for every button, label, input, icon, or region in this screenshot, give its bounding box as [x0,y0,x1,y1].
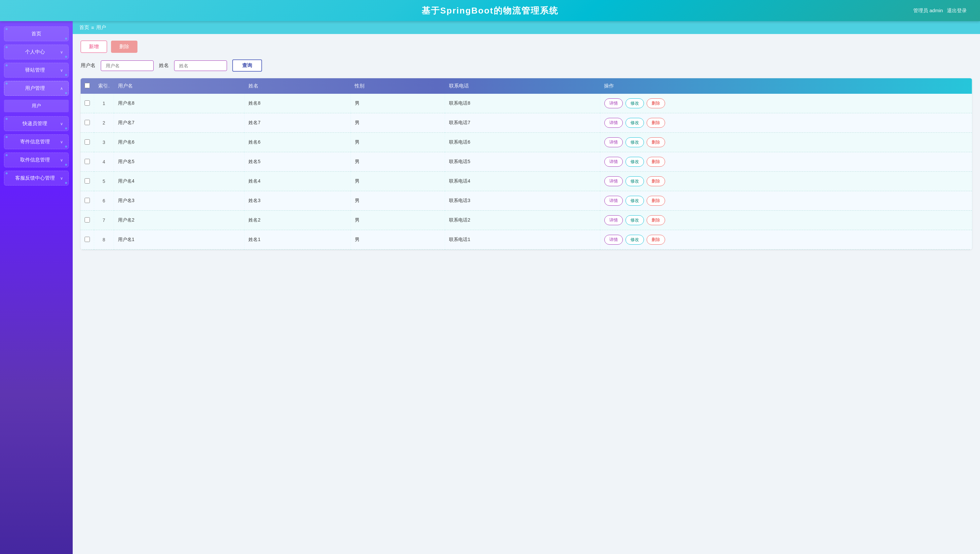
header-title: 基于SpringBoot的物流管理系统 [421,5,559,16]
sidebar-item-pickup[interactable]: 取件信息管理 ∨ [4,153,69,167]
detail-button[interactable]: 详情 [604,176,623,186]
row-delete-button[interactable]: 删除 [646,157,665,167]
add-button[interactable]: 新增 [81,41,107,53]
row-gender: 男 [351,113,445,133]
row-checkbox[interactable] [85,217,90,223]
row-actions: 详情 修改 删除 [600,230,972,250]
row-checkbox[interactable] [85,139,90,145]
sidebar-item-station[interactable]: 驿站管理 ∨ [4,63,69,78]
row-gender: 男 [351,211,445,230]
sidebar-item-user[interactable]: 用户 [4,100,69,112]
breadcrumb-bar: 首页 ≡ 用户 [73,21,980,34]
row-name: 姓名1 [244,230,351,250]
row-phone: 联系电话2 [445,211,600,230]
row-actions: 详情 修改 删除 [600,94,972,113]
row-checkbox-cell [81,172,94,191]
logout-button[interactable]: 退出登录 [947,8,967,13]
table-row: 7 用户名2 姓名2 男 联系电话2 详情 修改 删除 [81,211,972,230]
row-checkbox[interactable] [85,178,90,183]
table-header-row: 索引. 用户名 姓名 性别 联系电话 操作 [81,78,972,94]
edit-button[interactable]: 修改 [626,157,644,167]
row-phone: 联系电话5 [445,152,600,172]
row-checkbox[interactable] [85,100,90,106]
edit-button[interactable]: 修改 [626,196,644,206]
edit-button[interactable]: 修改 [626,118,644,128]
sidebar-item-personal[interactable]: 个人中心 ∨ [4,45,69,59]
sidebar-item-home[interactable]: 首页 [4,26,69,41]
search-button[interactable]: 查询 [232,59,262,72]
row-username: 用户名5 [114,152,244,172]
sidebar-item-package[interactable]: 寄件信息管理 ∨ [4,134,69,149]
row-checkbox-cell [81,94,94,113]
row-index: 6 [94,191,114,211]
sidebar-item-courier[interactable]: 快递员管理 ∨ [4,116,69,131]
sidebar-item-feedback[interactable]: 客服反馈中心管理 ∨ [4,171,69,186]
row-checkbox[interactable] [85,159,90,164]
row-delete-button[interactable]: 删除 [646,176,665,186]
row-phone: 联系电话4 [445,172,600,191]
row-checkbox-cell [81,191,94,211]
row-index: 2 [94,113,114,133]
breadcrumb-current: 用户 [96,24,106,31]
main-layout: 首页 个人中心 ∨ 驿站管理 ∨ 用户管理 ∧ 用户 快递员管理 ∨ 寄件信息管… [0,21,980,554]
chevron-down-icon: ∨ [60,158,63,162]
row-name: 姓名6 [244,133,351,152]
row-index: 8 [94,230,114,250]
row-delete-button[interactable]: 删除 [646,235,665,245]
row-checkbox[interactable] [85,198,90,203]
sidebar-item-user-mgmt[interactable]: 用户管理 ∧ [4,81,69,96]
row-index: 7 [94,211,114,230]
row-phone: 联系电话3 [445,191,600,211]
row-actions: 详情 修改 删除 [600,172,972,191]
detail-button[interactable]: 详情 [604,215,623,225]
chevron-down-icon: ∨ [60,140,63,144]
content-area: 首页 ≡ 用户 新增 删除 用户名 姓名 查询 [73,21,980,554]
edit-button[interactable]: 修改 [626,215,644,225]
chevron-up-icon: ∧ [60,86,63,91]
action-bar: 新增 删除 [81,41,972,53]
row-delete-button[interactable]: 删除 [646,215,665,225]
col-header-gender: 性别 [351,78,445,94]
row-delete-button[interactable]: 删除 [646,137,665,147]
col-header-checkbox [81,78,94,94]
row-username: 用户名4 [114,172,244,191]
row-checkbox-cell [81,211,94,230]
detail-button[interactable]: 详情 [604,196,623,206]
detail-button[interactable]: 详情 [604,235,623,245]
row-gender: 男 [351,94,445,113]
name-search-input[interactable] [174,60,227,71]
detail-button[interactable]: 详情 [604,99,623,108]
edit-button[interactable]: 修改 [626,176,644,186]
edit-button[interactable]: 修改 [626,235,644,245]
breadcrumb-home[interactable]: 首页 [79,24,89,31]
row-name: 姓名7 [244,113,351,133]
row-checkbox-cell [81,152,94,172]
row-actions: 详情 修改 删除 [600,191,972,211]
row-delete-button[interactable]: 删除 [646,196,665,206]
chevron-down-icon: ∨ [60,176,63,181]
row-delete-button[interactable]: 删除 [646,118,665,128]
user-table-wrapper: 索引. 用户名 姓名 性别 联系电话 操作 1 用户名8 姓名8 男 联系电话8 [81,78,972,250]
select-all-checkbox[interactable] [85,83,90,88]
row-name: 姓名2 [244,211,351,230]
row-name: 姓名5 [244,152,351,172]
edit-button[interactable]: 修改 [626,137,644,147]
table-row: 4 用户名5 姓名5 男 联系电话5 详情 修改 删除 [81,152,972,172]
chevron-down-icon: ∨ [60,68,63,73]
chevron-down-icon: ∨ [60,121,63,126]
detail-button[interactable]: 详情 [604,157,623,167]
row-username: 用户名2 [114,211,244,230]
user-info: 管理员 admin [913,8,943,13]
row-delete-button[interactable]: 删除 [646,99,665,108]
row-actions: 详情 修改 删除 [600,152,972,172]
row-checkbox[interactable] [85,120,90,125]
edit-button[interactable]: 修改 [626,99,644,108]
row-gender: 男 [351,230,445,250]
detail-button[interactable]: 详情 [604,118,623,128]
username-search-input[interactable] [101,60,154,71]
detail-button[interactable]: 详情 [604,137,623,147]
batch-delete-button[interactable]: 删除 [111,41,137,53]
row-checkbox[interactable] [85,237,90,242]
search-bar: 用户名 姓名 查询 [81,59,972,72]
row-gender: 男 [351,152,445,172]
